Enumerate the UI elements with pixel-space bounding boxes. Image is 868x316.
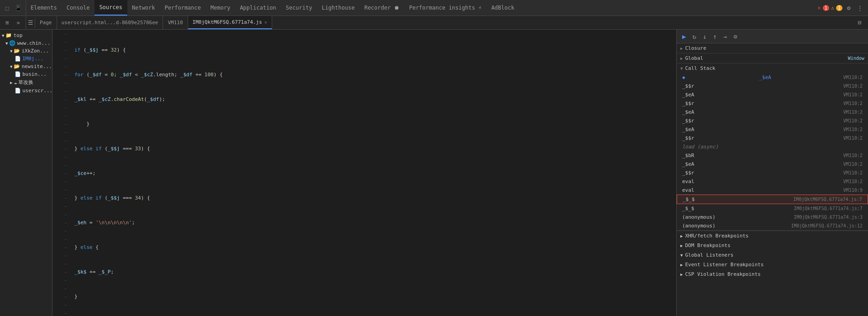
callstack-item-15[interactable]: _$_$ IM0jQktM6FSQ.6771a74.js:7	[677, 204, 868, 213]
code-line: for (_$df = 0; _$df < _$cZ.length; _$df …	[74, 71, 673, 79]
callstack-loc-14: IM0jQktM6FSQ.6771a74.js:7	[793, 197, 862, 202]
dom-arrow: ▶	[680, 243, 683, 248]
split-editor-icon[interactable]: ⊟	[855, 18, 864, 27]
tab-network[interactable]: Network	[127, 0, 160, 16]
callstack-header[interactable]: ▼ Call Stack	[677, 63, 868, 73]
callstack-item-7[interactable]: _$$r VM110:2	[677, 134, 868, 142]
breakpoints-section: ▶ XHR/fetch Breakpoints ▶ DOM Breakpoint…	[677, 231, 868, 279]
callstack-item-6[interactable]: _$eA VM110:2	[677, 125, 868, 134]
arrow-icon-www: ▼	[5, 41, 8, 46]
tab-console[interactable]: Console	[62, 0, 95, 16]
debugger-toolbar: ▶ ↻ ↓ ↑ → ⊘	[677, 30, 868, 43]
tab-sources[interactable]: Sources	[95, 0, 127, 16]
tab-security[interactable]: Security	[281, 0, 317, 16]
tab-elements[interactable]: Elements	[26, 0, 62, 16]
tab-memory[interactable]: Memory	[206, 0, 235, 16]
file-tab-page[interactable]: Page	[35, 16, 57, 29]
file-tab-vm110[interactable]: VM110	[163, 16, 188, 29]
step-into-button[interactable]: ↓	[701, 32, 708, 41]
callstack-loc-10: VM110:2	[843, 162, 863, 167]
global-header[interactable]: ▶ Global Window	[677, 53, 868, 63]
folder-icon-ns: 📂	[14, 63, 20, 69]
sidebar-item-top[interactable]: ▼ 📁 top	[0, 32, 52, 39]
device-icon[interactable]: 📱	[14, 3, 23, 12]
global-label: Global	[685, 55, 703, 61]
code-line: } else if (_$$j === 33) {	[74, 145, 673, 153]
file-tab-controls: ≡ »	[0, 16, 26, 29]
deactivate-button[interactable]: ⊘	[731, 32, 739, 41]
warn-count: 1	[836, 5, 842, 11]
callstack-name-13: eval	[682, 187, 694, 193]
nav-icons: ⬚ 📱	[0, 0, 26, 16]
step-over-button[interactable]: ↻	[690, 32, 698, 41]
page-tab-icon[interactable]: ≡	[3, 18, 12, 27]
more-icon[interactable]: ⋮	[855, 3, 864, 12]
callstack-name-7: _$$r	[682, 135, 694, 141]
xhr-breakpoints-header[interactable]: ▶ XHR/fetch Breakpoints	[677, 231, 868, 241]
callstack-item-17[interactable]: (anonymous) IM0jQktM6FSQ.6771a74.js:12	[677, 221, 868, 230]
callstack-arrow: ▼	[680, 66, 683, 71]
callstack-item-1[interactable]: _$$r VM110:2	[677, 82, 868, 90]
csp-breakpoints-header[interactable]: ▶ CSP Violation Breakpoints	[677, 269, 868, 279]
closure-scope: ▶ Closure	[677, 43, 868, 53]
tab-performance-insights[interactable]: Performance insights ⚡	[405, 0, 487, 16]
callstack-loc-5: VM110:2	[843, 118, 863, 123]
callstack-item-3[interactable]: _$$r VM110:2	[677, 99, 868, 108]
main-layout: ▼ 📁 top ▼ 🌐 www.chin... ▼ 📂 iXkZon... 📄 …	[0, 30, 868, 316]
close-tab-icon[interactable]: ✕	[264, 20, 267, 25]
step-out-button[interactable]: ↑	[711, 32, 718, 41]
file-tab-userscript[interactable]: userscript.html...d-8609e25786ee	[57, 16, 163, 29]
sidebar-item-busin[interactable]: 📄 busin...	[0, 70, 52, 78]
arrow-icon: ▼	[2, 33, 4, 38]
code-content: - - - - - - - - - - - - - - - - - - - -	[53, 30, 676, 316]
event-listener-breakpoints-header[interactable]: ▶ Event Listener Breakpoints	[677, 260, 868, 269]
callstack-item-9[interactable]: _$bR VM110:2	[677, 151, 868, 160]
code-line: _$eh = '\n\n\n\n\n';	[74, 219, 673, 227]
folder-icon-www: 🌐	[9, 40, 16, 46]
callstack-name-14: _$_$	[683, 196, 695, 202]
file-nav-more[interactable]: »	[14, 18, 23, 27]
callstack-name-2: _$eA	[682, 92, 694, 98]
code-editor[interactable]: - - - - - - - - - - - - - - - - - - - -	[53, 30, 676, 316]
sidebar-item-userscr[interactable]: 📄 userscr...	[0, 87, 52, 95]
callstack-item-2[interactable]: _$eA VM110:2	[677, 90, 868, 99]
callstack-item-16[interactable]: (anonymous) IM0jQktM6FSQ.6771a74.js:3	[677, 213, 868, 221]
dom-breakpoints-header[interactable]: ▶ DOM Breakpoints	[677, 241, 868, 250]
sidebar-item-caogai[interactable]: ▶ ☁ 草改换	[0, 78, 52, 87]
callstack-item-10[interactable]: _$eA VM110:2	[677, 160, 868, 169]
global-listeners-header[interactable]: ▼ Global Listeners	[677, 250, 868, 260]
tab-recorder[interactable]: Recorder ⏺	[360, 0, 405, 16]
callstack-loc-11: VM110:2	[843, 170, 863, 175]
sidebar-toggle[interactable]: ☰	[26, 18, 35, 27]
tab-adblock[interactable]: AdBlock	[487, 0, 520, 16]
error-count: 1	[823, 5, 829, 11]
tab-performance[interactable]: Performance	[160, 0, 206, 16]
callstack-item-11[interactable]: _$$r VM110:2	[677, 169, 868, 177]
inspect-icon[interactable]: ⬚	[3, 3, 12, 12]
callstack-item-0[interactable]: ◆ _$eA VM110:2	[677, 73, 868, 82]
tab-application[interactable]: Application	[235, 0, 281, 16]
settings-icon[interactable]: ⚙	[844, 3, 853, 12]
file-icon-im0j: 📄	[15, 56, 21, 62]
closure-header[interactable]: ▶ Closure	[677, 43, 868, 53]
resume-button[interactable]: ▶	[680, 32, 688, 41]
code-line: } else if (_$$j === 34) {	[74, 194, 673, 202]
code-line: if (_$$j == 32) {	[74, 46, 673, 54]
callstack-item-12[interactable]: eval VM110:2	[677, 177, 868, 186]
tab-lighthouse[interactable]: Lighthouse	[317, 0, 360, 16]
sidebar-item-im0j[interactable]: 📄 IM0j...	[0, 55, 52, 63]
event-listener-arrow: ▶	[680, 263, 683, 267]
right-panel-content[interactable]: ▶ Closure ▶ Global Window ▼ Call Stack ◆	[677, 43, 868, 316]
callstack-item-13[interactable]: eval VM110:9	[677, 186, 868, 195]
step-button[interactable]: →	[721, 32, 729, 41]
global-scope: ▶ Global Window	[677, 53, 868, 63]
code-line: _$k$ += _$_P;	[74, 268, 673, 276]
file-tab-main[interactable]: IM0jQktM6FSQ.6771a74.js ✕	[188, 16, 272, 29]
callstack-item-14[interactable]: _$_$ IM0jQktM6FSQ.6771a74.js:7	[677, 195, 868, 204]
sidebar-item-www[interactable]: ▼ 🌐 www.chin...	[0, 39, 52, 47]
sidebar-item-newsite[interactable]: ▼ 📂 newsite...	[0, 63, 52, 70]
code-line: } else {	[74, 243, 673, 252]
sidebar-item-ixkzon[interactable]: ▼ 📂 iXkZon...	[0, 47, 52, 55]
callstack-item-5[interactable]: _$$r VM110:2	[677, 116, 868, 125]
callstack-item-4[interactable]: _$eA VM110:2	[677, 108, 868, 116]
